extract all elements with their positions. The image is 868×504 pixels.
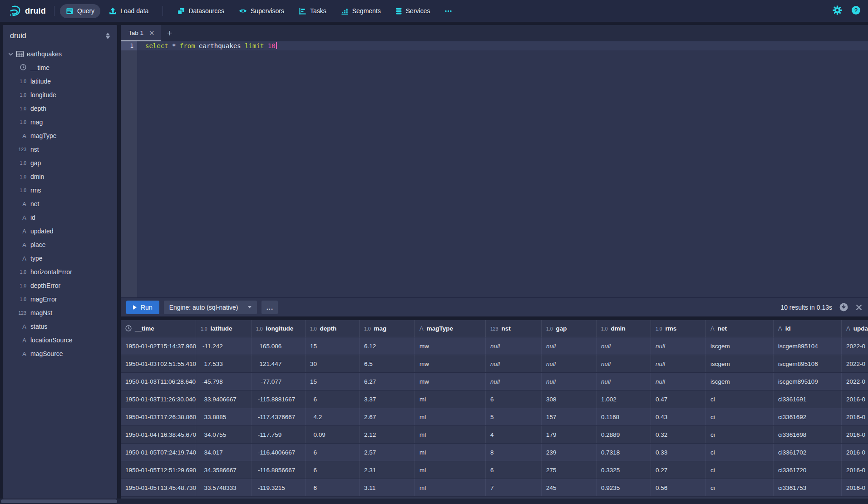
result-cell[interactable]: 6 [306,479,360,496]
result-cell[interactable]: ci3361698 [774,426,842,443]
result-cell[interactable]: ci3361720 [774,461,842,479]
result-cell[interactable]: 33.8885 [196,408,252,425]
column-header-depth[interactable]: 1.0depth [306,320,360,337]
result-cell[interactable]: 0.9235 [597,479,651,496]
sidebar-column-magtype[interactable]: AmagType [3,129,117,143]
result-cell[interactable]: 1950-01-03T02:51:55.410Z [121,355,196,372]
help-button[interactable]: ? [850,5,862,17]
tab-1[interactable]: Tab 1 ✕ [121,25,161,41]
result-cell[interactable]: null [597,355,651,372]
scrollbar-thumb[interactable] [1,499,117,503]
nav-item-more[interactable] [439,4,458,18]
settings-button[interactable] [832,5,843,17]
result-cell[interactable]: null [542,355,597,372]
result-cell[interactable]: 34.3586667 [196,461,252,479]
result-cell[interactable]: 0.3325 [597,461,651,479]
result-cell[interactable]: ml [415,461,486,479]
result-cell[interactable]: 5 [486,408,542,425]
result-cell[interactable]: -45.798 [196,373,252,390]
result-cell[interactable]: 0.09 [306,426,360,443]
result-cell[interactable]: 6 [306,444,360,461]
sidebar-column-status[interactable]: Astatus [3,320,117,333]
result-cell[interactable]: 157 [542,408,597,425]
result-cell[interactable]: 1950-01-03T17:26:38.860Z [121,408,196,425]
result-cell[interactable]: null [651,355,706,372]
result-cell[interactable]: 0.47 [651,390,706,408]
result-cell[interactable]: 2016-0 [842,461,868,479]
new-tab-button[interactable]: + [161,25,179,41]
column-header-magtype[interactable]: AmagType [415,320,486,337]
result-cell[interactable]: ml [415,479,486,496]
nav-item-query[interactable]: Query [60,4,100,18]
column-header-gap[interactable]: 1.0gap [542,320,597,337]
result-cell[interactable]: 17.533 [196,355,252,372]
result-cell[interactable]: 2022-0 [842,337,868,355]
result-cell[interactable]: 6.27 [360,373,415,390]
result-cell[interactable]: -117.759 [252,426,306,443]
column-header-latitude[interactable]: 1.0latitude [196,320,252,337]
column-header-id[interactable]: Aid [774,320,842,337]
result-cell[interactable]: 1950-01-05T07:24:19.740Z [121,444,196,461]
result-cell[interactable]: 1950-01-04T16:38:45.670Z [121,426,196,443]
result-cell[interactable]: 2016-0 [842,479,868,496]
result-cell[interactable]: mw [415,355,486,372]
result-cell[interactable]: null [486,355,542,372]
sidebar-column-latitude[interactable]: 1.0latitude [3,74,117,88]
sidebar-column-time[interactable]: __time [3,61,117,74]
result-cell[interactable]: -117.4376667 [252,408,306,425]
result-cell[interactable]: iscgem895106 [774,355,842,372]
result-cell[interactable]: null [542,373,597,390]
sidebar-column-nst[interactable]: 123nst [3,143,117,156]
result-cell[interactable]: 2016-0 [842,426,868,443]
result-cell[interactable]: 0.1168 [597,408,651,425]
result-cell[interactable]: 0.43 [651,408,706,425]
result-cell[interactable]: iscgem895109 [774,373,842,390]
result-cell[interactable]: ci [706,426,774,443]
column-header-nst[interactable]: 123nst [486,320,542,337]
schema-selector[interactable]: druid [3,25,117,44]
result-cell[interactable]: 2016-0 [842,408,868,425]
result-cell[interactable]: -115.8881667 [252,390,306,408]
result-cell[interactable]: 2022-0 [842,355,868,372]
result-cell[interactable]: ci [706,479,774,496]
sidebar-column-deptherror[interactable]: 1.0depthError [3,279,117,292]
sidebar-column-depth[interactable]: 1.0depth [3,102,117,115]
result-cell[interactable]: 33.5748333 [196,479,252,496]
result-cell[interactable]: 1950-01-05T13:45:48.730Z [121,479,196,496]
result-cell[interactable]: null [651,337,706,355]
result-cell[interactable]: 0.2889 [597,426,651,443]
result-cell[interactable]: null [486,373,542,390]
result-cell[interactable]: 15 [306,337,360,355]
nav-item-tasks[interactable]: Tasks [293,4,332,18]
result-cell[interactable]: -77.077 [252,373,306,390]
result-cell[interactable]: 6.12 [360,337,415,355]
result-cell[interactable]: ci [706,390,774,408]
result-cell[interactable]: 1950-01-05T12:51:29.690Z [121,461,196,479]
result-cell[interactable]: 179 [542,426,597,443]
result-cell[interactable]: mw [415,337,486,355]
result-cell[interactable]: 8 [486,444,542,461]
result-cell[interactable]: null [651,373,706,390]
sidebar-column-id[interactable]: Aid [3,211,117,224]
result-cell[interactable]: ml [415,390,486,408]
result-cell[interactable]: iscgem [706,373,774,390]
result-cell[interactable]: ci [706,408,774,425]
result-cell[interactable]: 2016-0 [842,390,868,408]
result-cell[interactable]: null [542,337,597,355]
result-cell[interactable]: 6 [486,390,542,408]
sidebar-column-type[interactable]: Atype [3,252,117,265]
result-cell[interactable]: 4.2 [306,408,360,425]
sidebar-table-earthquakes[interactable]: earthquakes [3,47,117,61]
result-cell[interactable]: 239 [542,444,597,461]
result-cell[interactable]: 2.57 [360,444,415,461]
sidebar-column-updated[interactable]: Aupdated [3,224,117,238]
result-cell[interactable]: 1950-01-03T11:26:30.040Z [121,390,196,408]
result-cell[interactable]: null [597,337,651,355]
engine-select[interactable]: Engine: auto (sql-native) [164,301,257,314]
result-cell[interactable]: 0.56 [651,479,706,496]
result-cell[interactable]: 30 [306,355,360,372]
result-cell[interactable]: 308 [542,390,597,408]
result-cell[interactable]: -116.8856667 [252,461,306,479]
sidebar-column-rms[interactable]: 1.0rms [3,183,117,197]
result-cell[interactable]: -116.4006667 [252,444,306,461]
